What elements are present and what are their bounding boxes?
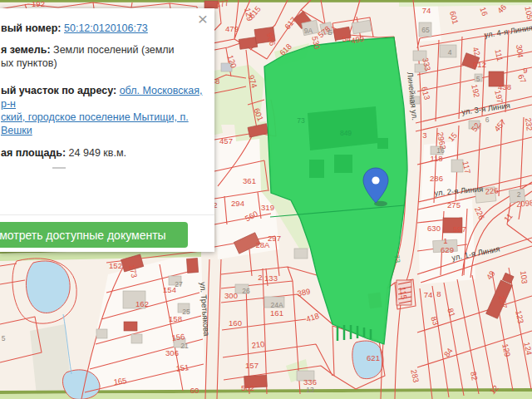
parcel-label: 133 — [264, 273, 278, 283]
parcel-label: 13 — [306, 386, 314, 394]
pin-dot — [372, 176, 379, 184]
parcel-label: 162 — [135, 299, 149, 308]
land-category-value-line2: ых пунктов) — [1, 57, 57, 69]
parcel-label: 2 — [258, 273, 262, 282]
view-documents-button[interactable]: осмотреть доступные документы — [0, 222, 188, 248]
parcel-label: 192 — [32, 0, 45, 8]
parcel-label: 103 — [519, 270, 530, 284]
parcel-label: 361 — [243, 176, 256, 185]
parcel-label: 28А — [256, 240, 271, 249]
parcel-label: 275 — [447, 200, 461, 209]
parcel-label: 9А — [304, 27, 313, 35]
land-category-row: я земель: Земли поселений (земли ых пунк… — [1, 43, 204, 70]
parcel-label: 1 — [443, 236, 447, 245]
parcel-label: 9 — [523, 66, 527, 75]
area-value: 24 949 кв.м. — [69, 147, 126, 159]
parcel-label: 158 — [169, 314, 182, 323]
parcel-label: 115 — [398, 286, 409, 300]
parcel-label: 5 — [2, 334, 6, 342]
address-link-line2[interactable]: ский, городское поселение Мытищи, п. Веш… — [1, 111, 189, 136]
parcel-label: 210 — [251, 339, 265, 350]
land-category-value-line1: Земли поселений (земли — [53, 44, 175, 56]
parcel-label: 3 — [422, 131, 426, 140]
parcel-label: 118 — [430, 154, 442, 163]
parcel-label: 165 — [113, 376, 127, 387]
parcel-label: 630 — [427, 224, 441, 233]
parcel-label: 26 — [242, 287, 250, 295]
parcel-label: 479 — [225, 24, 239, 33]
cadastral-number-label: вый номер: — [1, 22, 62, 34]
parcel-label: 294 — [231, 199, 244, 208]
parcel-label: 597 — [453, 224, 466, 234]
parcel-label: 73 — [392, 254, 402, 264]
parcel-label: 25 — [182, 308, 190, 316]
parcel-label: 4 — [448, 48, 452, 57]
cadastral-number-link[interactable]: 50:12:0120106:73 — [64, 22, 148, 34]
area-row: ая площадь: 24 949 кв.м. — [1, 146, 204, 160]
parcel-label: 74 — [424, 290, 433, 299]
popup-divider — [0, 214, 214, 215]
parcel-label: 304 — [515, 44, 525, 58]
parcel-label: 65 — [421, 26, 430, 34]
popup-content: вый номер: 50:12:0120106:73 я земель: Зе… — [1, 22, 204, 169]
parcel-label: 5 — [476, 75, 480, 83]
land-category-label: я земель: — [1, 44, 51, 56]
parcel-label: 502 — [241, 383, 254, 392]
cadastral-number-row: вый номер: 50:12:0120106:73 — [1, 22, 204, 35]
parcel-label: 2 — [517, 190, 521, 199]
parcel-label: 27 — [175, 280, 183, 288]
area-label: ая площадь: — [1, 147, 66, 159]
parcel-label: 60 — [190, 386, 200, 395]
parcel-label: 54 — [342, 34, 352, 43]
parcel-label: 160 — [229, 318, 242, 328]
parcel-label: 849 — [340, 129, 352, 137]
parcel-label: 438 — [498, 82, 511, 91]
parcel-label: 2098 — [516, 198, 532, 209]
parcel-label: 152 — [109, 261, 122, 270]
address-row: ый участок по адресу: обл. Московская, р… — [1, 84, 204, 137]
parcel-label: 319 — [261, 203, 274, 212]
parcel-label: 612 — [473, 60, 486, 69]
parcel-label: 8 — [436, 289, 441, 298]
parcel-label: 621 — [367, 353, 380, 362]
parcel-info-popup: × вый номер: 50:12:0120106:73 я земель: … — [0, 8, 214, 252]
parcel-label: 300 — [224, 291, 238, 300]
parcel-label: 6 — [485, 116, 490, 124]
parcel-label: 82 — [469, 371, 480, 382]
parcel-label: 73 — [297, 116, 305, 125]
address-label: ый участок по адресу: — [1, 85, 116, 96]
parcel-label: 226 — [485, 185, 499, 195]
app-window: 1924771296154799666176185305789АБ5449912… — [0, 0, 532, 399]
parcel-label: 306 — [165, 348, 179, 357]
parcel-label: 286 — [430, 174, 443, 183]
parcel-label: 21 — [180, 342, 189, 350]
parcel-label: 157 — [245, 361, 259, 370]
parcel-label: 74 — [422, 6, 431, 15]
parcel-label: 151 — [175, 362, 190, 373]
parcel-label: Б — [328, 28, 332, 37]
parcel-label: 161 — [270, 308, 283, 318]
parcel-label: 457 — [219, 136, 233, 145]
gray-dash — [52, 167, 66, 169]
